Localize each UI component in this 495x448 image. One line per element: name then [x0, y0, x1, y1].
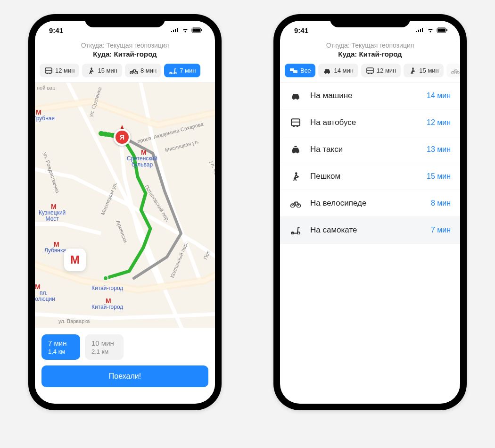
bottom-panel: 7 мин 1,4 км 10 мин 2,1 км Поехали! [35, 328, 215, 396]
all-modes-icon [289, 67, 298, 74]
map-canvas[interactable]: ной вар ул. Сретенка просп. Академика Са… [35, 83, 215, 328]
mode-time: 8 мин [431, 199, 451, 207]
battery-icon [437, 26, 448, 34]
tab-bus[interactable]: 12 мин [361, 64, 401, 77]
tab-label: 8 мин [140, 67, 157, 74]
from-label: Откуда: Текущая геопозиция [42, 41, 207, 49]
notch [85, 14, 165, 27]
taxi-icon [289, 145, 302, 154]
phone-left-screen: 9:41 Откуда: Текущая геопозиция Куда: Ки… [35, 21, 215, 404]
scooter-icon [169, 67, 177, 74]
mode-time: 13 мин [427, 145, 451, 154]
go-button-label: Поехали! [109, 372, 141, 380]
bike-icon [130, 67, 138, 74]
route-header[interactable]: Откуда: Текущая геопозиция Куда: Китай-г… [35, 40, 215, 64]
metro-station-label: Лубянка [44, 248, 66, 254]
tab-car[interactable]: 14 мин [318, 64, 358, 77]
map-roads [35, 83, 215, 328]
tab-bike-cut[interactable] [446, 64, 460, 77]
status-time: 9:41 [49, 26, 63, 34]
mode-row-walk[interactable]: Пешком 15 мин [280, 163, 460, 190]
tab-label: 12 мин [377, 67, 396, 74]
bus-icon [289, 118, 302, 127]
svg-point-19 [103, 276, 108, 281]
mode-label: На такси [310, 145, 418, 154]
battery-icon [191, 26, 203, 34]
tab-walk[interactable]: 15 мин [82, 64, 122, 77]
mode-row-scooter[interactable]: На самокате 7 мин [280, 217, 460, 244]
mode-row-bus[interactable]: На автобусе 12 мин [280, 109, 460, 136]
metro-station-label: Кузнецкий Мост [39, 210, 66, 222]
to-label: Куда: Китай-город [288, 50, 453, 58]
metro-station-label: пл. волюции [35, 290, 55, 302]
mode-row-car[interactable]: На машине 14 мин [280, 83, 460, 109]
mode-row-bike[interactable]: На велосипеде 8 мин [280, 190, 460, 217]
current-location-marker[interactable]: Я [114, 129, 131, 146]
phone-right-screen: 9:41 Откуда: Текущая геопозиция Куда: Ки… [280, 21, 460, 404]
mode-time: 12 мин [427, 118, 451, 127]
tab-label: Все [300, 67, 311, 74]
walk-icon [87, 67, 95, 74]
go-button[interactable]: Поехали! [41, 365, 208, 387]
mode-label: На самокате [310, 225, 422, 235]
tab-scooter[interactable]: 7 мин [164, 64, 200, 77]
svg-rect-17 [193, 28, 200, 32]
tab-label: 7 мин [180, 67, 196, 74]
metro-station-label: Сретенский бульвар [127, 156, 157, 168]
notch [330, 14, 410, 27]
phone-left-frame: 9:41 Откуда: Текущая геопозиция Куда: Ки… [28, 14, 222, 410]
route-distance: 1,4 км [48, 348, 74, 355]
cellular-icon [416, 26, 424, 34]
svg-rect-18 [201, 29, 202, 31]
scooter-icon [289, 226, 302, 234]
current-location-letter: Я [116, 131, 129, 144]
car-icon [289, 91, 302, 100]
tab-walk[interactable]: 15 мин [404, 64, 443, 77]
walk-icon [408, 67, 417, 74]
bus-icon [44, 67, 53, 74]
phone-right-frame: 9:41 Откуда: Текущая геопозиция Куда: Ки… [273, 14, 467, 410]
route-header[interactable]: Откуда: Текущая геопозиция Куда: Китай-г… [280, 40, 460, 64]
transport-tabs: Все 14 мин 12 мин 15 мин [280, 64, 460, 83]
metro-station-label: Китай-город [91, 304, 123, 310]
tab-all[interactable]: Все [285, 64, 315, 77]
bus-icon [366, 67, 374, 74]
cellular-icon [171, 26, 179, 34]
wifi-icon [182, 26, 189, 34]
car-icon [323, 67, 331, 74]
svg-rect-22 [446, 29, 447, 31]
from-label: Откуда: Текущая геопозиция [288, 41, 453, 49]
mode-label: На велосипеде [310, 199, 422, 208]
route-options: 7 мин 1,4 км 10 мин 2,1 км [41, 334, 208, 360]
svg-rect-21 [438, 28, 446, 32]
tab-bus[interactable]: 12 мин [40, 64, 79, 77]
route-option-2[interactable]: 10 мин 2,1 км [85, 334, 124, 360]
tab-bike[interactable]: 8 мин [125, 64, 161, 77]
tab-label: 15 мин [419, 67, 438, 74]
tab-label: 15 мин [98, 67, 117, 74]
tab-label: 14 мин [334, 67, 353, 74]
mode-time: 14 мин [427, 91, 451, 100]
route-distance: 2,1 км [91, 348, 117, 355]
transport-tabs: 12 мин 15 мин 8 мин 7 мин [35, 64, 215, 83]
metro-station-label: Трубная [35, 116, 55, 122]
route-time: 10 мин [91, 339, 117, 347]
walk-icon [289, 172, 302, 181]
mode-label: На автобусе [310, 118, 418, 127]
mode-row-taxi[interactable]: На такси 13 мин [280, 136, 460, 163]
route-time: 7 мин [48, 339, 74, 347]
bike-icon [451, 67, 460, 74]
status-time: 9:41 [294, 26, 308, 34]
map-street-label: ул. Варварка [58, 318, 90, 324]
map-street-label: ной вар [37, 85, 55, 91]
mode-label: На машине [310, 91, 418, 100]
bike-icon [289, 199, 302, 207]
mode-time: 7 мин [431, 226, 451, 234]
metro-entrance-card[interactable]: М [64, 249, 86, 271]
to-label: Куда: Китай-город [42, 50, 207, 58]
mode-label: Пешком [310, 172, 418, 181]
metro-logo: М [70, 253, 80, 266]
mode-time: 15 мин [427, 172, 451, 181]
transport-mode-list: На машине 14 мин На автобусе 12 мин На т… [280, 83, 460, 244]
route-option-1[interactable]: 7 мин 1,4 км [41, 334, 80, 360]
